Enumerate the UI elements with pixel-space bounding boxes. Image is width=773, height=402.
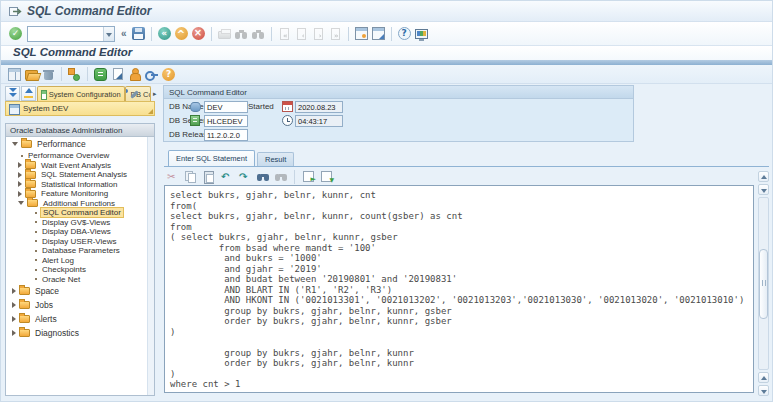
find-next-button[interactable] [250, 25, 267, 42]
tree-item[interactable]: Performance [6, 137, 147, 151]
toolbar-separator [271, 27, 272, 41]
save-button[interactable] [130, 25, 147, 42]
scroll-up-icon[interactable] [758, 171, 769, 182]
tree-item[interactable]: Alerts [6, 312, 147, 326]
scrollbar-thumb[interactable] [759, 249, 768, 319]
paste-button[interactable] [200, 168, 217, 185]
tree-item-label: SQL Statement Analysis [39, 170, 129, 179]
tree-item[interactable]: SQL Command Editor [6, 208, 147, 218]
help-button[interactable] [396, 25, 413, 42]
back-button[interactable] [156, 25, 173, 42]
previous-page-icon [297, 28, 306, 40]
previous-page-button[interactable] [293, 25, 310, 42]
scroll-down-icon[interactable] [758, 385, 769, 396]
tree-item-label: Space [33, 286, 61, 296]
command-field[interactable] [27, 26, 115, 42]
tab-result[interactable]: Result [257, 152, 294, 166]
command-input[interactable] [28, 27, 103, 41]
left-panel-tabstrip: System ConfigurationDB Con▸ [5, 86, 159, 101]
session-icon[interactable] [8, 5, 22, 23]
assign-objects-button[interactable] [66, 66, 83, 83]
scroll-down-icon[interactable] [758, 184, 769, 195]
tab-overflow-icon[interactable]: ▸ [151, 86, 159, 101]
import-button[interactable] [109, 66, 126, 83]
expand-node-icon[interactable] [12, 330, 16, 336]
enter-button[interactable] [7, 25, 24, 42]
folder-icon [27, 199, 38, 207]
tree-item[interactable]: Space [6, 284, 147, 298]
tree-item[interactable]: Checkpoints [6, 265, 147, 275]
find-button[interactable] [254, 168, 271, 185]
tree-header: Oracle Database Administration [6, 124, 154, 137]
navigate-down-button[interactable] [5, 86, 20, 101]
collapse-node-icon[interactable] [18, 201, 24, 205]
folder-icon [19, 315, 30, 323]
bullet-icon [35, 231, 37, 233]
tree-item[interactable]: Jobs [6, 298, 147, 312]
expand-node-icon[interactable] [12, 288, 16, 294]
clock-icon [282, 115, 293, 126]
expand-node-icon[interactable] [18, 172, 22, 178]
trash-icon [42, 68, 55, 81]
first-page-button[interactable] [276, 25, 293, 42]
tree-item[interactable]: Display DBA-Views [6, 227, 147, 237]
cut-button[interactable] [164, 168, 181, 185]
left-panel-tab-system-configuration[interactable]: System Configuration [37, 86, 124, 101]
navigation-tree: PerformancePerformance OverviewWait Even… [6, 137, 147, 395]
save-to-file-button[interactable] [318, 168, 335, 185]
delete-button[interactable] [40, 66, 57, 83]
expand-node-icon[interactable] [12, 302, 16, 308]
customize-layout-button[interactable] [413, 25, 430, 42]
collapse-node-icon[interactable] [12, 142, 18, 146]
bullet-icon [35, 278, 37, 280]
left-panel-tab-db-con[interactable]: DB Con [125, 86, 151, 101]
create-shortcut-button[interactable] [370, 25, 387, 42]
layout-button[interactable] [6, 66, 23, 83]
import-icon [113, 68, 123, 80]
database-icon [190, 102, 201, 112]
navigate-up-button[interactable] [21, 86, 36, 101]
log-icon [94, 68, 107, 81]
application-help-button[interactable] [160, 66, 177, 83]
tree-item[interactable]: Display USER-Views [6, 237, 147, 247]
cancel-button[interactable] [190, 25, 207, 42]
new-session-button[interactable] [353, 25, 370, 42]
dropdown-arrow-icon[interactable] [103, 27, 114, 41]
expand-node-icon[interactable] [18, 162, 22, 168]
system-item[interactable]: System DEV [5, 101, 155, 116]
log-button[interactable] [92, 66, 109, 83]
print-button[interactable] [216, 25, 233, 42]
expand-node-icon[interactable] [12, 316, 16, 322]
copy-button[interactable] [182, 168, 199, 185]
help-orange-icon [162, 68, 175, 81]
sql-text[interactable]: select bukrs, gjahr, belnr, kunnr, cnt f… [165, 186, 753, 390]
tab-enter-sql-statement[interactable]: Enter SQL Statement [168, 150, 255, 166]
sql-editor[interactable]: select bukrs, gjahr, belnr, kunnr, cnt f… [164, 185, 754, 393]
expand-node-icon[interactable] [18, 191, 22, 197]
expand-node-icon[interactable] [18, 181, 22, 187]
tree-item[interactable]: Alert Log [6, 256, 147, 266]
tree-scrollbar[interactable] [147, 137, 154, 395]
user-button[interactable] [126, 66, 143, 83]
last-page-button[interactable] [327, 25, 344, 42]
tree-item[interactable]: Oracle Net [6, 275, 147, 285]
find-next-button[interactable] [272, 168, 289, 185]
load-from-file-button[interactable] [300, 168, 317, 185]
tree-item-label: Alerts [33, 314, 59, 324]
exit-button[interactable] [173, 25, 190, 42]
help-icon [398, 27, 411, 40]
find-button[interactable] [233, 25, 250, 42]
next-page-button[interactable] [310, 25, 327, 42]
scroll-up-icon[interactable] [758, 372, 769, 383]
editor-scrollbar[interactable] [757, 171, 770, 396]
redo-button[interactable] [236, 168, 253, 185]
undo-button[interactable] [218, 168, 235, 185]
undo-icon [221, 171, 232, 182]
tree-item-label: Checkpoints [40, 265, 88, 274]
tree-item[interactable]: Display GV$-Views [6, 218, 147, 228]
tree-item[interactable]: Diagnostics [6, 326, 147, 340]
open-button[interactable] [23, 66, 40, 83]
collapse-button[interactable]: « [121, 28, 127, 39]
tree-item[interactable]: Database Parameters [6, 246, 147, 256]
authorization-button[interactable] [143, 66, 160, 83]
